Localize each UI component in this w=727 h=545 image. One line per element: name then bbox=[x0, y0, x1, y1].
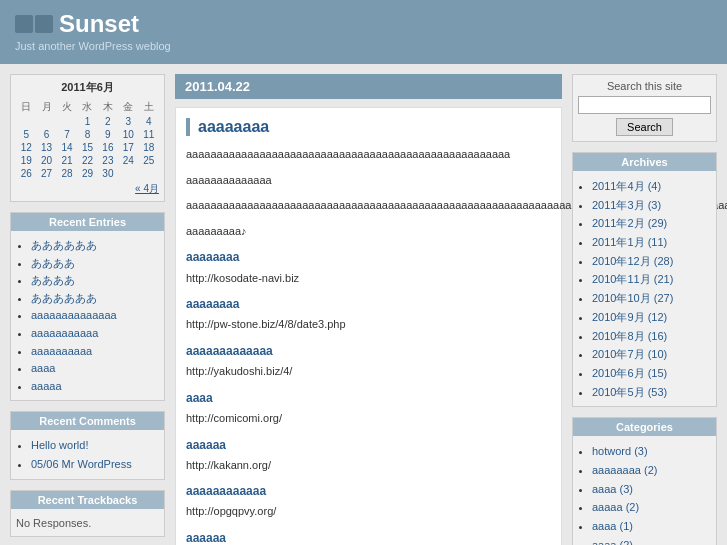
post-title: aaaaaaaa bbox=[186, 118, 551, 136]
list-item[interactable]: ああああああ bbox=[31, 237, 159, 255]
calendar-day[interactable]: 29 bbox=[77, 167, 97, 180]
calendar-day[interactable]: 27 bbox=[36, 167, 56, 180]
calendar-day[interactable]: 11 bbox=[139, 128, 159, 141]
cal-day-fri: 金 bbox=[118, 99, 138, 115]
site-tagline: Just another WordPress weblog bbox=[15, 40, 712, 52]
calendar-day[interactable]: 16 bbox=[98, 141, 118, 154]
list-item[interactable]: 05/06 Mr WordPress bbox=[31, 455, 159, 474]
calendar-day[interactable]: 30 bbox=[98, 167, 118, 180]
right-sidebar: Search this site Search Archives 2011年4月… bbox=[572, 74, 717, 545]
list-item[interactable]: aaaa (1) bbox=[592, 517, 711, 536]
calendar-day[interactable]: 20 bbox=[36, 154, 56, 167]
list-item[interactable]: Hello world! bbox=[31, 436, 159, 455]
post-date-bar: 2011.04.22 bbox=[175, 74, 562, 99]
list-item[interactable]: 2010年6月 (15) bbox=[592, 364, 711, 383]
calendar-day[interactable]: 5 bbox=[16, 128, 36, 141]
calendar-day[interactable]: 9 bbox=[98, 128, 118, 141]
post-content: aaaaaaaaaaaaaaaaaaaaaaaaaaaaaaaaaaaaaaaa… bbox=[186, 146, 551, 545]
calendar-day[interactable]: 21 bbox=[57, 154, 77, 167]
list-item[interactable]: 2010年7月 (10) bbox=[592, 345, 711, 364]
list-item[interactable]: aaaa bbox=[31, 360, 159, 378]
calendar: 2011年6月 日 月 火 水 木 金 土 12 bbox=[16, 80, 159, 196]
calendar-day[interactable]: 10 bbox=[118, 128, 138, 141]
calendar-day[interactable]: 24 bbox=[118, 154, 138, 167]
calendar-day[interactable]: 13 bbox=[36, 141, 56, 154]
recent-comments-list: Hello world!05/06 Mr WordPress bbox=[16, 436, 159, 473]
recent-entries-list: ああああああああああああああああああああaaaaaaaaaaaaaaaaaaaa… bbox=[16, 237, 159, 395]
list-item[interactable]: aaaa (3) bbox=[592, 480, 711, 499]
list-item[interactable]: aaaaaaaaaa bbox=[31, 343, 159, 361]
calendar-day[interactable]: 25 bbox=[139, 154, 159, 167]
post-sections: aaaaaaaahttp://kosodate-navi.bizaaaaaaaa… bbox=[186, 248, 551, 545]
section-title: aaaa bbox=[186, 389, 551, 408]
calendar-day[interactable]: 28 bbox=[57, 167, 77, 180]
calendar-day[interactable]: 22 bbox=[77, 154, 97, 167]
list-item[interactable]: 2011年4月 (4) bbox=[592, 177, 711, 196]
section-url: http://kosodate-navi.biz bbox=[186, 270, 551, 288]
calendar-day bbox=[36, 115, 56, 128]
calendar-day[interactable]: 4 bbox=[139, 115, 159, 128]
recent-trackbacks-widget: Recent Trackbacks No Responses. bbox=[10, 490, 165, 537]
list-item[interactable]: ああああああ bbox=[31, 290, 159, 308]
list-item[interactable]: 2010年12月 (28) bbox=[592, 252, 711, 271]
cal-day-mon: 月 bbox=[36, 99, 56, 115]
list-item[interactable]: 2011年1月 (11) bbox=[592, 233, 711, 252]
post-para-1: aaaaaaaaaaaaaaaaaaaaaaaaaaaaaaaaaaaaaaaa… bbox=[186, 146, 551, 164]
list-item[interactable]: 2010年8月 (16) bbox=[592, 327, 711, 346]
no-responses-text: No Responses. bbox=[16, 515, 159, 531]
calendar-day[interactable]: 23 bbox=[98, 154, 118, 167]
calendar-day[interactable]: 7 bbox=[57, 128, 77, 141]
calendar-widget: 2011年6月 日 月 火 水 木 金 土 12 bbox=[10, 74, 165, 202]
list-item[interactable]: hotword (3) bbox=[592, 442, 711, 461]
categories-title: Categories bbox=[573, 418, 716, 436]
calendar-day[interactable]: 6 bbox=[36, 128, 56, 141]
categories-list: hotword (3)aaaaaaaa (2)aaaa (3)aaaaa (2)… bbox=[578, 442, 711, 545]
list-item[interactable]: 2010年10月 (27) bbox=[592, 289, 711, 308]
list-item[interactable]: aaaaaaaa (2) bbox=[592, 461, 711, 480]
list-item[interactable]: aaaaaaaaaaa bbox=[31, 325, 159, 343]
search-input[interactable] bbox=[578, 96, 711, 114]
post-body-long: aaaaaaaaaaaaaaaaaaaaaaaaaaaaaaaaaaaaaaaa… bbox=[186, 197, 551, 215]
logo-icon bbox=[15, 15, 53, 33]
calendar-day[interactable]: 3 bbox=[118, 115, 138, 128]
calendar-day[interactable]: 17 bbox=[118, 141, 138, 154]
list-item[interactable]: 2011年3月 (3) bbox=[592, 196, 711, 215]
section-title: aaaaaaaaaaaa bbox=[186, 482, 551, 501]
archives-widget: Archives 2011年4月 (4)2011年3月 (3)2011年2月 (… bbox=[572, 152, 717, 407]
left-sidebar: 2011年6月 日 月 火 水 木 金 土 12 bbox=[10, 74, 165, 545]
search-button[interactable]: Search bbox=[616, 118, 673, 136]
list-item[interactable]: aaaaaaaaaaaaaa bbox=[31, 307, 159, 325]
post-footer-text: aaaaaaaaa♪ bbox=[186, 223, 551, 241]
calendar-day[interactable]: 2 bbox=[98, 115, 118, 128]
list-item[interactable]: 2011年2月 (29) bbox=[592, 214, 711, 233]
calendar-day[interactable]: 1 bbox=[77, 115, 97, 128]
calendar-prev-link[interactable]: « 4月 bbox=[135, 183, 159, 194]
recent-entries-title: Recent Entries bbox=[11, 213, 164, 231]
site-title: Sunset bbox=[15, 10, 712, 38]
list-item[interactable]: aaaaa bbox=[31, 378, 159, 396]
section-url: http://yakudoshi.biz/4/ bbox=[186, 363, 551, 381]
calendar-day[interactable]: 12 bbox=[16, 141, 36, 154]
site-name: Sunset bbox=[59, 10, 139, 38]
calendar-day[interactable]: 15 bbox=[77, 141, 97, 154]
calendar-day[interactable]: 8 bbox=[77, 128, 97, 141]
list-item[interactable]: aaaa (2) bbox=[592, 536, 711, 545]
calendar-day bbox=[57, 115, 77, 128]
recent-comments-widget: Recent Comments Hello world!05/06 Mr Wor… bbox=[10, 411, 165, 479]
list-item[interactable]: aaaaa (2) bbox=[592, 498, 711, 517]
cal-day-sat: 土 bbox=[139, 99, 159, 115]
list-item[interactable]: 2010年5月 (53) bbox=[592, 383, 711, 402]
list-item[interactable]: ああああ bbox=[31, 272, 159, 290]
recent-entries-widget: Recent Entries ああああああああああああああああああああaaaaa… bbox=[10, 212, 165, 401]
calendar-footer: « 4月 bbox=[16, 182, 159, 196]
section-title: aaaaaaaaaaaaa bbox=[186, 342, 551, 361]
calendar-day[interactable]: 19 bbox=[16, 154, 36, 167]
calendar-day[interactable]: 14 bbox=[57, 141, 77, 154]
list-item[interactable]: 2010年9月 (12) bbox=[592, 308, 711, 327]
calendar-day[interactable]: 26 bbox=[16, 167, 36, 180]
list-item[interactable]: 2010年11月 (21) bbox=[592, 270, 711, 289]
list-item[interactable]: ああああ bbox=[31, 255, 159, 273]
section-title: aaaaaa bbox=[186, 436, 551, 455]
calendar-day bbox=[16, 115, 36, 128]
calendar-day[interactable]: 18 bbox=[139, 141, 159, 154]
